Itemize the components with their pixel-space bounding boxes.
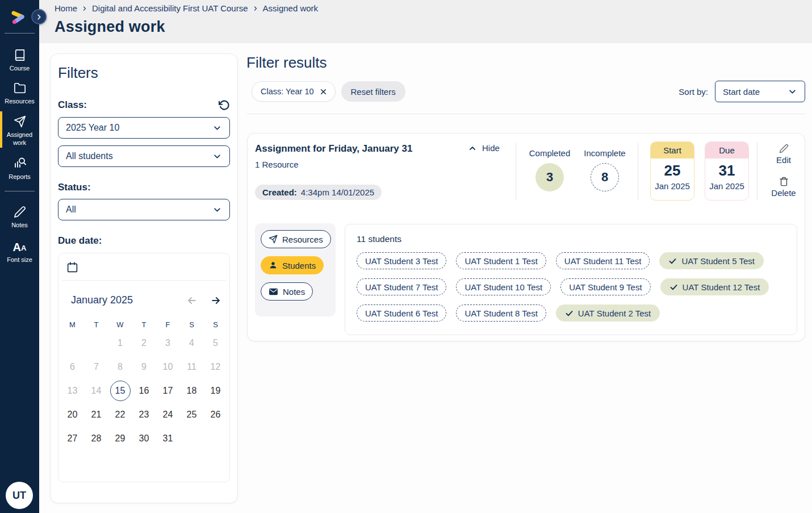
- active-filter-chip[interactable]: Class: Year 10: [252, 81, 336, 102]
- student-chip-label: UAT Student 1 Test: [464, 256, 537, 266]
- sidebar-item-course[interactable]: Course: [0, 41, 39, 74]
- student-chip[interactable]: UAT Student 2 Test: [556, 305, 660, 322]
- calendar-day-cell[interactable]: 30: [132, 427, 156, 451]
- breadcrumb-current: Assigned work: [263, 3, 319, 13]
- tab-resources[interactable]: Resources: [261, 230, 331, 248]
- check-icon: [668, 257, 677, 265]
- students-select[interactable]: All students: [58, 145, 230, 167]
- calendar-next-month-button[interactable]: [210, 295, 221, 306]
- calendar-icon: [66, 261, 78, 273]
- student-chip[interactable]: UAT Student 10 Test: [456, 278, 551, 295]
- calendar-day-cell[interactable]: 14: [85, 379, 108, 403]
- calendar-prev-month-button[interactable]: [186, 295, 198, 306]
- student-chip[interactable]: UAT Student 9 Test: [560, 278, 650, 295]
- student-chip[interactable]: UAT Student 1 Test: [456, 252, 546, 269]
- calendar-day-cell[interactable]: 15: [108, 379, 132, 403]
- font-size-icon: AA: [13, 239, 27, 253]
- calendar-day-cell[interactable]: 4: [180, 331, 204, 355]
- calendar-day-cell[interactable]: 10: [156, 355, 180, 379]
- calendar-day-cell[interactable]: 5: [204, 331, 228, 355]
- header-divider: [638, 143, 638, 199]
- sidebar-item-label: Notes: [11, 221, 28, 229]
- student-chip[interactable]: UAT Student 6 Test: [357, 305, 446, 322]
- reset-filters-button[interactable]: Reset filters: [341, 81, 405, 102]
- calendar-day-cell[interactable]: 1: [108, 331, 132, 355]
- chevron-down-icon: [212, 123, 222, 133]
- chevron-down-icon: [788, 87, 797, 97]
- calendar-weekday-label: T: [85, 318, 108, 331]
- calendar-day-cell[interactable]: 21: [85, 403, 108, 427]
- sidebar-item-notes[interactable]: Notes: [0, 198, 39, 231]
- calendar-day-cell[interactable]: 25: [180, 403, 204, 427]
- calendar-day-cell[interactable]: 22: [108, 403, 132, 427]
- completed-count-badge: 3: [535, 163, 564, 191]
- calendar-day-cell[interactable]: 23: [132, 403, 156, 427]
- calendar-day-cell[interactable]: 11: [180, 355, 204, 379]
- calendar-weekday-label: S: [180, 318, 204, 331]
- due-date-monthyear: Jan 2025: [705, 181, 748, 191]
- user-avatar[interactable]: UT: [6, 482, 33, 509]
- student-chip[interactable]: UAT Student 12 Test: [660, 278, 769, 295]
- tab-students[interactable]: Students: [261, 256, 324, 274]
- calendar-day-cell[interactable]: 7: [85, 355, 108, 379]
- sort-select[interactable]: Start date: [715, 81, 805, 102]
- calendar-day-cell[interactable]: 13: [61, 379, 85, 403]
- calendar-day-cell[interactable]: 8: [108, 355, 132, 379]
- active-filter-chip-label: Class: Year 10: [261, 87, 314, 96]
- student-chip[interactable]: UAT Student 11 Test: [556, 252, 650, 269]
- calendar-day-cell[interactable]: 16: [132, 379, 156, 403]
- sidebar-item-assigned-work[interactable]: Assigned work: [0, 108, 39, 149]
- student-chip-label: UAT Student 10 Test: [464, 282, 542, 292]
- calendar-day-cell[interactable]: 27: [61, 427, 85, 451]
- calendar-weekday-label: T: [132, 318, 156, 331]
- sidebar-item-font-size[interactable]: AA Font size: [0, 232, 39, 266]
- tab-notes[interactable]: Notes: [261, 282, 313, 301]
- calendar-day-cell[interactable]: 29: [108, 427, 132, 451]
- student-chip-label: UAT Student 9 Test: [569, 282, 642, 292]
- sidebar-divider: [5, 191, 35, 191]
- calendar-day-cell[interactable]: 19: [204, 379, 228, 403]
- reset-filters-icon-button[interactable]: [217, 99, 230, 111]
- class-select[interactable]: 2025 Year 10: [58, 117, 230, 139]
- calendar-day-cell[interactable]: 17: [156, 379, 180, 403]
- breadcrumb-home[interactable]: Home: [55, 3, 77, 13]
- calendar-day-cell[interactable]: 6: [61, 355, 85, 379]
- calendar-day-cell[interactable]: 12: [204, 355, 228, 379]
- sidebar-expand-button[interactable]: [31, 9, 47, 24]
- incomplete-label: Incomplete: [584, 148, 625, 158]
- chevron-right-icon: [36, 14, 43, 20]
- sidebar-item-resources[interactable]: Resources: [0, 74, 39, 107]
- trash-icon: [779, 177, 789, 186]
- sidebar-item-label: Assigned work: [2, 131, 37, 147]
- calendar-day-cell[interactable]: 24: [156, 403, 180, 427]
- status-select[interactable]: All: [58, 199, 230, 220]
- breadcrumb-course[interactable]: Digital and Accessibility First UAT Cour…: [92, 3, 248, 13]
- check-icon: [565, 309, 574, 318]
- calendar-day-cell[interactable]: 28: [85, 427, 108, 451]
- students-panel: 11 students UAT Student 3 TestUAT Studen…: [345, 224, 797, 335]
- class-select-value: 2025 Year 10: [66, 123, 119, 133]
- sidebar-item-reports[interactable]: Reports: [0, 149, 39, 183]
- edit-button[interactable]: Edit: [765, 144, 802, 165]
- header-divider: [757, 143, 757, 199]
- sidebar: Course Resources Assigned work Reports N…: [0, 0, 39, 513]
- student-chip[interactable]: UAT Student 3 Test: [357, 252, 446, 269]
- calendar-day-cell[interactable]: 31: [156, 427, 180, 451]
- sidebar-item-label: Font size: [7, 256, 32, 264]
- student-chip[interactable]: UAT Student 7 Test: [357, 278, 446, 295]
- class-label: Class:: [58, 99, 87, 111]
- completed-block: Completed 3: [524, 148, 575, 191]
- student-chip[interactable]: UAT Student 5 Test: [659, 252, 763, 269]
- sort-by-label: Sort by:: [679, 87, 708, 97]
- close-icon[interactable]: [319, 87, 328, 96]
- calendar-day-cell[interactable]: 9: [132, 355, 156, 379]
- delete-button[interactable]: Delete: [765, 177, 802, 198]
- hide-button[interactable]: Hide: [468, 143, 500, 153]
- calendar-day-cell[interactable]: 3: [156, 331, 180, 355]
- start-date-label: Start: [651, 142, 694, 159]
- calendar-day-cell[interactable]: 18: [180, 379, 204, 403]
- student-chip[interactable]: UAT Student 8 Test: [456, 305, 546, 322]
- calendar-day-cell[interactable]: 26: [204, 403, 228, 427]
- calendar-day-cell[interactable]: 2: [132, 331, 156, 355]
- calendar-day-cell[interactable]: 20: [61, 403, 85, 427]
